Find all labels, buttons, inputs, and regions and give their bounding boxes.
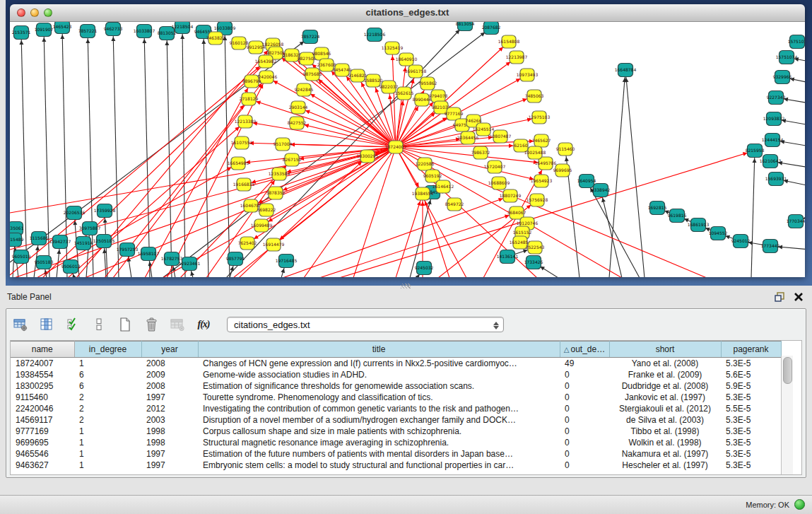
table-vertical-scrollbar[interactable] bbox=[781, 356, 793, 474]
table-cell: 2 bbox=[74, 392, 141, 403]
column-header-name[interactable]: name bbox=[11, 341, 74, 358]
table-column-icon[interactable] bbox=[38, 317, 55, 332]
graph-edge[interactable] bbox=[10, 147, 396, 250]
graph-edge[interactable] bbox=[609, 70, 625, 277]
table-cell: Nakamura et al. (1997) bbox=[609, 448, 721, 460]
graph-edge[interactable] bbox=[353, 147, 396, 277]
column-header-out_de[interactable]: △out_de… bbox=[560, 341, 609, 358]
table-cell: 5.3E-5 bbox=[721, 460, 781, 471]
graph-node-label: 8215958 bbox=[746, 148, 765, 153]
graph-node-label: 12218506 bbox=[364, 32, 386, 37]
network-selector-dropdown[interactable]: citations_edges.txt bbox=[227, 317, 504, 332]
graph-edge[interactable] bbox=[239, 156, 367, 277]
graph-node-label: 2087682 bbox=[482, 25, 501, 30]
table-cell: Embryonic stem cells: a model to study s… bbox=[198, 460, 560, 471]
graph-node-label: 9242845 bbox=[295, 87, 314, 92]
edge-arrowhead-icon bbox=[230, 267, 234, 271]
column-header-in_degree[interactable]: in_degree bbox=[74, 341, 141, 358]
edge-arrowhead-icon bbox=[506, 62, 511, 66]
table-row[interactable]: 2242004622012Investigating the contribut… bbox=[11, 403, 781, 414]
table-cell: Hescheler et al. (1997) bbox=[609, 460, 721, 471]
graph-node-label: 1773442 bbox=[761, 243, 780, 248]
graph-edge[interactable] bbox=[144, 31, 150, 277]
memory-ok-indicator-icon bbox=[794, 499, 805, 510]
graph-edge[interactable] bbox=[601, 190, 622, 277]
graph-edge[interactable] bbox=[751, 151, 755, 277]
table-row[interactable]: 946554611997Estimation of the future num… bbox=[11, 448, 781, 460]
select-rows-icon[interactable] bbox=[64, 317, 81, 332]
graph-edge[interactable] bbox=[266, 77, 396, 147]
table-settings-icon[interactable] bbox=[12, 317, 29, 332]
table-row[interactable]: 969969511998Structural magnetic resonanc… bbox=[11, 437, 781, 448]
table-cell: 2009 bbox=[141, 369, 198, 380]
graph-node-label: 15693931 bbox=[765, 176, 787, 181]
graph-node-label: 30975887 bbox=[79, 226, 101, 230]
table-cell: Estimation of significance thresholds fo… bbox=[198, 380, 560, 392]
column-header-pagerank[interactable]: pagerank bbox=[721, 341, 781, 358]
status-bar: Memory: OK bbox=[0, 495, 812, 514]
graph-node-label: 1562615 bbox=[395, 90, 414, 95]
column-header-short[interactable]: short bbox=[609, 341, 721, 358]
table-cell: 0 bbox=[560, 448, 609, 460]
graph-node-label: 7857221 bbox=[78, 28, 98, 33]
table-row[interactable]: 911546021997Tourette syndrome. Phenomeno… bbox=[11, 392, 781, 403]
table-cell: 2 bbox=[74, 414, 141, 426]
close-panel-icon[interactable] bbox=[794, 292, 804, 302]
graph-node-label: 20206536 bbox=[64, 210, 86, 215]
function-builder-icon[interactable]: f(x) bbox=[195, 317, 212, 332]
delete-table-icon[interactable] bbox=[143, 317, 160, 332]
graph-node-label: 19654923 bbox=[531, 178, 553, 183]
edge-arrowhead-icon bbox=[165, 41, 169, 45]
edge-arrowhead-icon bbox=[256, 100, 261, 105]
graph-node-label: 16648784 bbox=[615, 67, 637, 72]
panel-splitter-handle[interactable] bbox=[401, 284, 411, 288]
graph-node-label: 9605019 bbox=[12, 254, 31, 259]
graph-edge[interactable] bbox=[283, 144, 396, 147]
column-header-year[interactable]: year bbox=[141, 341, 198, 358]
graph-node-label: 10120746 bbox=[517, 221, 539, 226]
table-row[interactable]: 946362711997Embryonic stem cells: a mode… bbox=[11, 460, 781, 471]
edge-arrowhead-icon bbox=[86, 39, 90, 43]
graph-node-label: 12213987 bbox=[506, 54, 528, 59]
table-toolbar: f(x) citations_edges.txt bbox=[12, 313, 504, 336]
graph-node-label: 9822037 bbox=[379, 84, 399, 89]
edge-arrowhead-icon bbox=[73, 221, 77, 225]
column-header-title[interactable]: title bbox=[198, 341, 560, 358]
graph-edge[interactable] bbox=[145, 81, 252, 277]
window-titlebar[interactable]: citations_edges.txt bbox=[10, 4, 805, 22]
table-row[interactable]: 1938455462009Genome-wide association stu… bbox=[11, 369, 781, 380]
table-panel-titlebar: Table Panel bbox=[0, 288, 812, 305]
import-table-disabled-icon bbox=[169, 317, 186, 332]
graph-edge[interactable] bbox=[625, 70, 645, 277]
new-table-icon[interactable] bbox=[117, 317, 134, 332]
graph-node-label: 8813054 bbox=[456, 22, 475, 26]
table-cell: 0 bbox=[560, 392, 609, 403]
graph-node-label: 12093832 bbox=[763, 116, 785, 121]
graph-node-label: 15756928 bbox=[526, 197, 548, 202]
graph-edge[interactable] bbox=[283, 196, 510, 277]
table-row[interactable]: 1872400712008Changes of HCN gene express… bbox=[11, 358, 781, 370]
table-cell: Tourette syndrome. Phenomenology and cla… bbox=[198, 392, 560, 403]
network-window: citations_edges.txt 21535711091907146542… bbox=[10, 4, 805, 277]
table-cell: 0 bbox=[560, 380, 609, 392]
table-row[interactable]: 1456911722003Disruption of a novel membe… bbox=[11, 414, 781, 426]
graph-edge[interactable] bbox=[304, 90, 396, 147]
citation-network-graph[interactable]: 2153571109190714654237857221946273316033… bbox=[10, 22, 805, 277]
node-table: namein_degreeyeartitle△out_de…shortpager… bbox=[11, 341, 782, 471]
edge-arrowhead-icon bbox=[601, 198, 606, 203]
table-row[interactable]: 977716911998Corpus callosum shape and si… bbox=[11, 426, 781, 437]
network-canvas[interactable]: 2153571109190714654237857221946273316033… bbox=[10, 22, 805, 277]
graph-node-label: 19384554 bbox=[412, 191, 434, 196]
graph-node-label: 18640910 bbox=[396, 57, 418, 62]
graph-node-label: 9505183 bbox=[35, 259, 54, 264]
table-cell: 9699695 bbox=[11, 437, 74, 448]
table-row[interactable]: 1830029562008Estimation of significance … bbox=[11, 380, 781, 392]
graph-node-label: 18300295 bbox=[357, 153, 379, 158]
edge-arrowhead-icon bbox=[35, 246, 40, 250]
window-title: citations_edges.txt bbox=[10, 7, 805, 18]
split-rows-icon[interactable] bbox=[90, 317, 107, 332]
graph-node-label: 18226058 bbox=[262, 42, 284, 47]
graph-node-label: 5878352 bbox=[266, 190, 286, 195]
scrollbar-thumb[interactable] bbox=[783, 357, 792, 384]
float-panel-icon[interactable] bbox=[774, 291, 785, 303]
